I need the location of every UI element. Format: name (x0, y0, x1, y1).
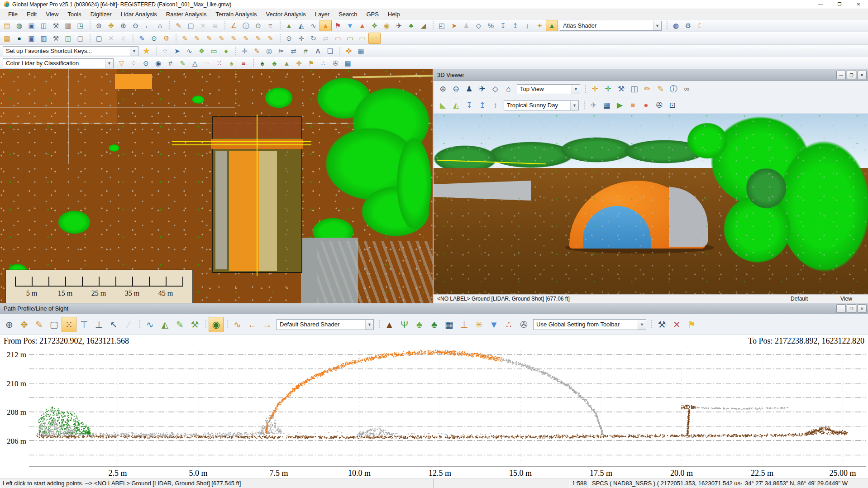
search-features-icon[interactable]: ⊙ (252, 20, 264, 31)
save-small-icon[interactable]: ▣ (25, 33, 38, 44)
save-workspace-icon[interactable]: ▣ (25, 20, 38, 31)
globe-dark-icon[interactable]: ● (13, 33, 25, 44)
measure-3d-icon[interactable]: ✎ (654, 83, 667, 96)
zoom-window-icon[interactable]: ⊕ (93, 20, 105, 31)
class-conifer-icon[interactable]: ♠ (256, 57, 268, 69)
draw-range-ring-icon[interactable]: ✎ (240, 33, 252, 44)
chevron-down-icon[interactable]: ▼ (365, 320, 373, 330)
zoom-profile-icon[interactable]: ⊕ (2, 317, 17, 332)
buffer-feature-icon[interactable]: ◎ (263, 45, 275, 57)
feature-attributes-icon[interactable]: ≣ (209, 20, 221, 31)
shader-select[interactable]: Default Shared Shader▼ (277, 319, 374, 330)
class-shrub-toggle-icon[interactable]: ♣ (412, 317, 427, 332)
open-file-icon[interactable]: ▤ (1, 20, 13, 31)
map-viewport[interactable]: 5 m15 m25 m35 m45 m (0, 69, 433, 303)
create-area-icon[interactable]: ❖ (196, 45, 208, 57)
home-view-icon[interactable]: ⌂ (502, 83, 515, 96)
pencil-blue-icon[interactable]: ✎ (136, 33, 148, 44)
draw-line-icon[interactable]: ✎ (191, 33, 203, 44)
terrain-lower-icon[interactable]: ◣ (436, 99, 449, 112)
frame-window-icon[interactable]: ▢ (74, 33, 86, 44)
wrench-small-icon[interactable]: ⚒ (50, 33, 62, 44)
shift-profile-left-icon[interactable]: ← (245, 317, 260, 332)
close-button[interactable]: ✕ (857, 304, 867, 313)
split-view-icon[interactable]: ◰ (436, 20, 448, 31)
open-data-small-icon[interactable]: ▤ (1, 33, 13, 44)
lidar-lens-multi-icon[interactable]: ⊙ (140, 57, 152, 69)
close-button[interactable]: ✕ (849, 0, 868, 9)
measure-area-icon[interactable]: # (300, 45, 312, 57)
chevron-down-icon[interactable]: ▼ (653, 21, 661, 30)
sky-condition-select[interactable]: Tropical Sunny Day▼ (504, 100, 579, 110)
class-noise-toggle-icon[interactable]: ∴ (501, 317, 516, 332)
maximize-button[interactable]: ❐ (847, 304, 856, 313)
menu-help[interactable]: Help (383, 10, 405, 19)
zoom-in-3d-icon[interactable]: ⊕ (436, 83, 449, 96)
record-animation-icon[interactable]: ● (639, 99, 653, 112)
minimize-button[interactable]: — (811, 0, 830, 9)
export-data-icon[interactable]: ▥ (38, 33, 50, 44)
class-tape-icon[interactable]: ✇ (329, 57, 342, 69)
lidar-groups-icon[interactable]: ⁙ (213, 57, 225, 69)
water-rise-3d-icon[interactable]: ↕ (489, 99, 502, 112)
chevron-down-icon[interactable]: ▼ (130, 47, 138, 56)
axis-settings-icon[interactable]: ∿ (230, 317, 245, 332)
scale-feature-icon[interactable]: ⇄ (320, 33, 332, 44)
walk-mode-3d-icon[interactable]: ♟ (463, 83, 476, 96)
line-pick-icon[interactable]: ∕ (121, 317, 136, 332)
configure-icon[interactable]: ⚒ (50, 20, 62, 31)
record-setup-icon[interactable]: ▦ (600, 99, 613, 112)
snapshot-icon[interactable]: ⊡ (666, 99, 679, 112)
chevron-down-icon[interactable]: ▼ (105, 59, 113, 68)
lidar-layers-icon[interactable]: ≡ (238, 57, 250, 69)
points-above-line-icon[interactable]: ⊤ (76, 317, 91, 332)
gear-run-icon[interactable]: ⚙ (160, 33, 172, 44)
menu-tools[interactable]: Tools (63, 10, 86, 19)
menu-gps[interactable]: GPS (362, 10, 383, 19)
draw-point-icon[interactable]: ✎ (179, 33, 191, 44)
pane-active-icon[interactable]: ▭ (368, 33, 381, 44)
shift-profile-right-icon[interactable]: → (260, 317, 275, 332)
tray-orange-icon[interactable]: ▭ (332, 33, 344, 44)
terrain-tools-profile-icon[interactable]: ⚒ (187, 317, 202, 332)
menu-layer[interactable]: Layer (310, 10, 334, 19)
color-relief-icon[interactable]: ◉ (381, 20, 393, 31)
terrain-paint-profile-icon[interactable]: ✎ (172, 317, 187, 332)
chevron-down-icon[interactable]: ▼ (572, 85, 580, 94)
crosshair-tool-icon[interactable]: ✜ (343, 45, 355, 57)
class-pole-toggle-icon[interactable]: ⊥ (457, 317, 472, 332)
menu-search[interactable]: Search (334, 10, 362, 19)
profile-path-line-upper[interactable] (172, 141, 311, 142)
close-button[interactable]: ✕ (857, 71, 867, 79)
lidar-thin-icon[interactable]: # (164, 57, 176, 69)
split-line-icon[interactable]: ✂ (275, 45, 287, 57)
chevron-down-icon[interactable]: ▼ (570, 101, 578, 110)
percent-slope-icon[interactable]: % (485, 20, 497, 31)
maximize-button[interactable]: ❐ (847, 71, 856, 79)
class-grass-toggle-icon[interactable]: Ψ (397, 317, 412, 332)
path-flags-icon[interactable]: ⚑ (332, 20, 344, 31)
land-cover-icon[interactable]: ❖ (368, 20, 381, 31)
water-gauge-3-icon[interactable]: ↕ (521, 20, 534, 31)
no-fly-zone-icon[interactable]: ✈ (393, 20, 405, 31)
menu-lidar-analysis[interactable]: Lidar Analysis (116, 10, 162, 19)
lidar-cluster-icon[interactable]: ◌ (201, 57, 213, 69)
open-online-data-icon[interactable]: ◍ (13, 20, 25, 31)
global-setting-select[interactable]: Use Global Setting from Toolbar▼ (533, 319, 646, 330)
class-deciduous-icon[interactable]: ♣ (268, 57, 281, 69)
class-water-toggle-icon[interactable]: ▼ (486, 317, 501, 332)
lidar-lens-one-icon[interactable]: ◉ (152, 57, 164, 69)
world-imagery-icon[interactable]: ◍ (670, 20, 682, 31)
toggle-walls-icon[interactable]: ◫ (628, 83, 641, 96)
create-circle-icon[interactable]: ● (220, 45, 232, 57)
class-flag-icon[interactable]: ⚑ (305, 57, 317, 69)
cube-3d-view-icon[interactable]: ◇ (472, 20, 485, 31)
watershed-icon[interactable]: ◭ (295, 20, 307, 31)
class-building-toggle-icon[interactable]: ▦ (442, 317, 457, 332)
edit-select-icon[interactable]: ▢ (185, 20, 197, 31)
play-animation-icon[interactable]: ▶ (613, 99, 626, 112)
menu-digitizer[interactable]: Digitizer (86, 10, 116, 19)
menu-view[interactable]: View (41, 10, 63, 19)
text-label-tool-icon[interactable]: A (312, 45, 324, 57)
ground-sample-icon[interactable]: ◭ (157, 317, 172, 332)
